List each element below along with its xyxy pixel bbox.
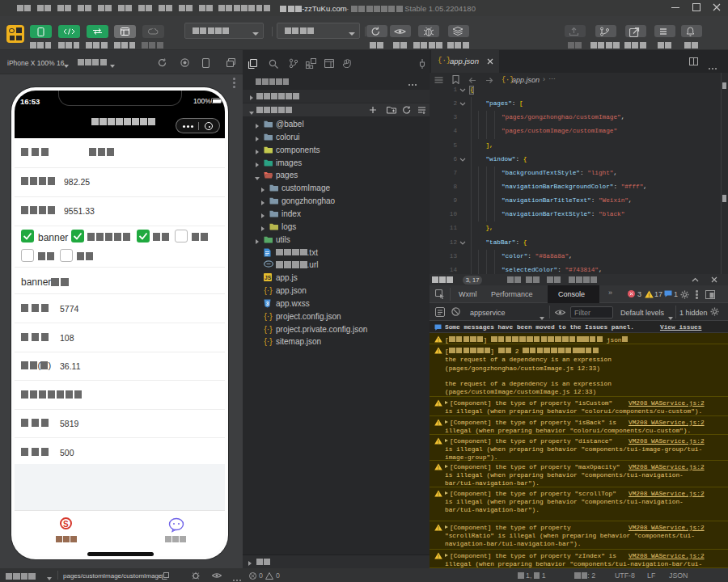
svg-text:!: ! (438, 491, 439, 497)
svg-text:{·}: {·} (264, 325, 273, 334)
svg-text:{·}: {·} (264, 312, 273, 321)
svg-text:3: 3 (266, 301, 269, 306)
svg-text:!: ! (438, 420, 439, 426)
svg-text:!: ! (438, 348, 439, 354)
svg-text:!: ! (438, 401, 439, 407)
svg-text:!: ! (438, 337, 439, 343)
svg-text:!: ! (438, 525, 439, 531)
svg-text:!: ! (438, 439, 439, 445)
svg-text:JS: JS (265, 275, 272, 280)
svg-text:{·}: {·} (264, 337, 273, 346)
svg-text:!: ! (438, 554, 439, 559)
svg-text:!: ! (438, 465, 439, 470)
svg-text:{·}: {·} (264, 286, 273, 295)
svg-text:!: ! (649, 292, 650, 297)
